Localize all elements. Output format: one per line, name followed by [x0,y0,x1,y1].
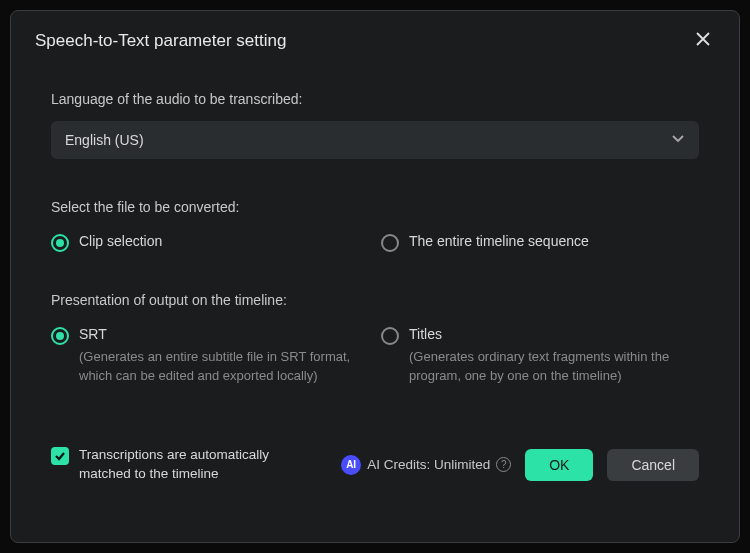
auto-match-checkbox[interactable]: Transcriptions are automatically matched… [51,446,341,484]
radio-srt-label: SRT [79,326,359,342]
ai-credits-display: AI AI Credits: Unlimited ? [341,455,511,475]
radio-titles-label: Titles [409,326,689,342]
output-group: SRT (Generates an entire subtitle file i… [51,326,699,386]
radio-entire-label: The entire timeline sequence [409,233,589,249]
language-label: Language of the audio to be transcribed: [51,91,699,107]
radio-clip-label: Clip selection [79,233,162,249]
dialog-header: Speech-to-Text parameter setting [11,11,739,61]
checkbox-checked-icon [51,447,69,465]
radio-icon-selected [51,234,69,252]
file-select-group: Clip selection The entire timeline seque… [51,233,699,252]
radio-srt[interactable]: SRT (Generates an entire subtitle file i… [51,326,381,386]
radio-entire-timeline[interactable]: The entire timeline sequence [381,233,699,252]
cancel-button[interactable]: Cancel [607,449,699,481]
chevron-down-icon [671,131,685,149]
ai-credits-text: AI Credits: Unlimited [367,457,490,472]
ai-badge-icon: AI [341,455,361,475]
radio-icon-unselected [381,327,399,345]
language-select[interactable]: English (US) [51,121,699,159]
close-button[interactable] [691,29,715,53]
radio-srt-desc: (Generates an entire subtitle file in SR… [79,348,359,386]
file-select-label: Select the file to be converted: [51,199,699,215]
radio-icon-unselected [381,234,399,252]
ok-button[interactable]: OK [525,449,593,481]
radio-titles[interactable]: Titles (Generates ordinary text fragment… [381,326,699,386]
close-icon [695,31,711,51]
radio-titles-desc: (Generates ordinary text fragments withi… [409,348,689,386]
output-label: Presentation of output on the timeline: [51,292,699,308]
auto-match-label: Transcriptions are automatically matched… [79,446,309,484]
info-icon[interactable]: ? [496,457,511,472]
radio-clip-selection[interactable]: Clip selection [51,233,381,252]
dialog-footer: Transcriptions are automatically matched… [51,426,699,484]
stt-settings-dialog: Speech-to-Text parameter setting Languag… [10,10,740,543]
language-value: English (US) [65,132,144,148]
dialog-title: Speech-to-Text parameter setting [35,31,286,51]
radio-icon-selected [51,327,69,345]
dialog-content: Language of the audio to be transcribed:… [11,61,739,483]
